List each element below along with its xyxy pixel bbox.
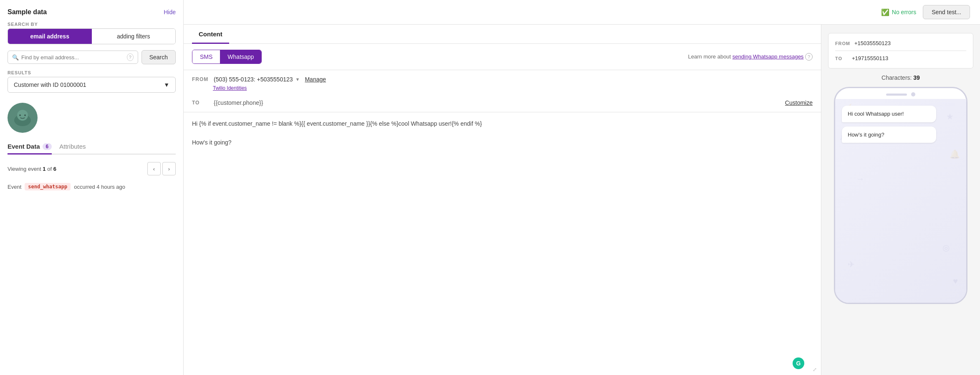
left-panel: Sample data Hide SEARCH BY email address… (0, 0, 184, 375)
sample-data-header: Sample data Hide (8, 8, 176, 16)
preview-to-value: +19715550113 (852, 55, 888, 61)
preview-from-row: FROM +15035550123 (835, 38, 966, 48)
preview-from-value: +15035550123 (854, 40, 891, 46)
preview-section: FROM +15035550123 TO +19715550113 Charac… (821, 25, 980, 375)
search-by-buttons: email address adding filters (8, 28, 176, 44)
phone-number-text: (503) 555-0123: +5035550123 (214, 76, 293, 83)
phone-message-line2: How's it going? (848, 132, 884, 138)
results-dropdown[interactable]: Customer with ID 01000001 ▼ (8, 77, 176, 93)
sms-whatsapp-row: SMS Whatsapp Learn more about sending Wh… (184, 44, 821, 70)
preview-from-to: FROM +15035550123 TO +19715550113 (828, 33, 973, 68)
top-bar: ✅ No errors Send test... (184, 0, 980, 25)
characters-label: Characters: (881, 74, 912, 81)
prev-event-button[interactable]: ‹ (147, 162, 161, 175)
phone-screen: ⚡ ★ ♪ 🔔 ✈ ♥ ◎ → Hi cool Whatsapp user! (835, 99, 966, 303)
from-label: FROM (192, 76, 209, 82)
help-circle-icon[interactable]: ? (805, 53, 813, 61)
check-circle-icon: ✅ (881, 8, 889, 16)
from-to-section: FROM (503) 555-0123: +5035550123 ▼ Manag… (184, 70, 821, 112)
whatsapp-button[interactable]: Whatsapp (220, 50, 261, 63)
characters-count: 39 (913, 74, 920, 81)
dec-icon-5: ✈ (848, 259, 855, 269)
event-prefix: Event (8, 184, 21, 190)
event-data-label: Event Data (8, 143, 40, 150)
adding-filters-button[interactable]: adding filters (92, 29, 176, 44)
customize-link[interactable]: Customize (785, 99, 813, 106)
content-area: Content SMS Whatsapp Learn more about se… (184, 25, 980, 375)
phone-dropdown-caret: ▼ (296, 77, 300, 82)
search-icon: 🔍 (12, 54, 19, 61)
event-name-badge: send_whatsapp (25, 183, 71, 190)
nav-buttons: ‹ › (147, 162, 176, 175)
search-button[interactable]: Search (141, 50, 176, 64)
total-events: 6 (53, 166, 56, 172)
dec-icon-7: ◎ (942, 243, 950, 253)
dec-icon-4: 🔔 (950, 149, 960, 159)
svg-point-3 (19, 114, 21, 116)
attributes-label: Attributes (59, 143, 86, 150)
search-by-section: SEARCH BY email address adding filters (8, 22, 176, 44)
phone-speaker (886, 94, 907, 96)
event-suffix: occurred 4 hours ago (74, 184, 125, 190)
preview-to-row: TO +19715550113 (835, 53, 966, 63)
channel-buttons: SMS Whatsapp (192, 50, 262, 64)
to-label: TO (192, 100, 209, 106)
tab-attributes[interactable]: Attributes (59, 143, 86, 155)
viewing-event-row: Viewing event 1 of 6 ‹ › (8, 162, 176, 175)
current-event: 1 (43, 166, 45, 172)
main-panel: ✅ No errors Send test... Content SMS Wha… (184, 0, 980, 375)
tabs-row: Event Data 6 Attributes (8, 143, 176, 155)
twilio-link[interactable]: Twilio Identities (213, 85, 247, 91)
phone-message-2: How's it going? (842, 127, 936, 143)
results-label: RESULTS (8, 70, 176, 75)
sms-button[interactable]: SMS (192, 50, 220, 63)
dec-icon-2: ★ (946, 111, 954, 122)
event-occurred-row: Event send_whatsapp occurred 4 hours ago (8, 183, 176, 190)
sample-data-title: Sample data (8, 8, 47, 16)
to-value: {{customer.phone}} (214, 99, 263, 106)
phone-mockup: ⚡ ★ ♪ 🔔 ✈ ♥ ◎ → Hi cool Whatsapp user! (834, 87, 967, 304)
to-row: TO {{customer.phone}} Customize (192, 95, 813, 112)
viewing-text: Viewing event 1 of 6 (8, 166, 56, 172)
next-event-button[interactable]: › (162, 162, 176, 175)
search-input[interactable] (21, 54, 124, 61)
selected-customer: Customer with ID 01000001 (14, 81, 86, 88)
avatar-section (8, 99, 176, 137)
phone-selector[interactable]: (503) 555-0123: +5035550123 ▼ (214, 76, 300, 83)
results-section: RESULTS Customer with ID 01000001 ▼ (8, 70, 176, 93)
dec-icon-6: ♥ (953, 276, 958, 286)
preview-to-label: TO (835, 56, 848, 61)
help-icon[interactable]: ? (127, 53, 134, 61)
preview-from-label: FROM (835, 41, 850, 46)
characters-row: Characters: 39 (828, 74, 973, 81)
search-row: 🔍 ? Search (8, 50, 176, 64)
event-data-badge: 6 (43, 143, 52, 150)
email-address-button[interactable]: email address (8, 29, 92, 44)
dec-icon-8: → (856, 174, 864, 184)
learn-more-link[interactable]: sending Whatsapp messages (732, 53, 804, 60)
editor-section: Content SMS Whatsapp Learn more about se… (184, 25, 821, 375)
phone-message-line1: Hi cool Whatsapp user! (848, 111, 904, 117)
from-row: FROM (503) 555-0123: +5035550123 ▼ Manag… (192, 70, 813, 84)
no-errors-badge: ✅ No errors (881, 8, 916, 16)
search-input-wrap: 🔍 ? (8, 51, 138, 64)
chevron-down-icon: ▼ (164, 81, 169, 88)
send-test-button[interactable]: Send test... (923, 5, 970, 19)
manage-link[interactable]: Manage (305, 76, 326, 83)
message-body: Hi {% if event.customer_name != blank %}… (192, 119, 813, 147)
avatar (8, 103, 38, 133)
svg-point-4 (24, 114, 26, 116)
content-tabs: Content (184, 25, 821, 44)
phone-camera (911, 92, 915, 96)
tab-event-data[interactable]: Event Data 6 (8, 143, 52, 155)
no-errors-text: No errors (892, 9, 916, 15)
search-by-label: SEARCH BY (8, 22, 176, 27)
tab-content[interactable]: Content (192, 25, 229, 44)
svg-point-2 (17, 110, 28, 121)
resize-handle[interactable]: ⤢ (813, 367, 817, 372)
grammarly-icon: G (793, 357, 804, 369)
phone-notch-bar (835, 88, 966, 99)
hide-link[interactable]: Hide (164, 9, 176, 15)
phone-message-1: Hi cool Whatsapp user! (842, 106, 936, 122)
message-editor[interactable]: Hi {% if event.customer_name != blank %}… (184, 112, 821, 375)
